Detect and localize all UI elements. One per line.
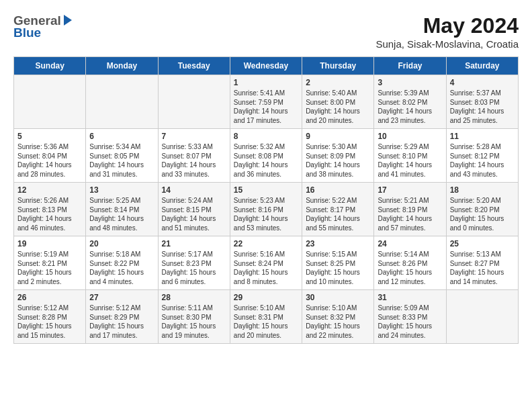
- cell-info: Sunrise: 5:15 AM Sunset: 8:25 PM Dayligh…: [306, 250, 370, 286]
- title-block: May 2024 Sunja, Sisak-Moslavina, Croatia: [375, 13, 519, 50]
- cell-info: Sunrise: 5:37 AM Sunset: 8:03 PM Dayligh…: [450, 89, 515, 125]
- calendar-cell: 25Sunrise: 5:13 AM Sunset: 8:27 PM Dayli…: [446, 236, 518, 290]
- day-number: 9: [306, 132, 370, 141]
- calendar-week-row: 19Sunrise: 5:19 AM Sunset: 8:21 PM Dayli…: [14, 236, 519, 290]
- location: Sunja, Sisak-Moslavina, Croatia: [375, 38, 519, 50]
- cell-info: Sunrise: 5:13 AM Sunset: 8:27 PM Dayligh…: [450, 250, 515, 286]
- calendar-cell: 14Sunrise: 5:24 AM Sunset: 8:15 PM Dayli…: [158, 183, 230, 236]
- calendar-body: 1Sunrise: 5:41 AM Sunset: 7:59 PM Daylig…: [14, 75, 519, 344]
- day-number: 21: [162, 239, 226, 248]
- calendar-cell: 28Sunrise: 5:11 AM Sunset: 8:30 PM Dayli…: [158, 290, 230, 344]
- calendar-cell: 23Sunrise: 5:15 AM Sunset: 8:25 PM Dayli…: [302, 236, 374, 290]
- page-header: General Blue May 2024 Sunja, Sisak-Mosla…: [13, 13, 519, 50]
- weekday-header: Saturday: [446, 57, 518, 75]
- day-number: 16: [306, 185, 370, 195]
- calendar-cell: 19Sunrise: 5:19 AM Sunset: 8:21 PM Dayli…: [14, 236, 86, 290]
- cell-info: Sunrise: 5:23 AM Sunset: 8:16 PM Dayligh…: [234, 196, 298, 232]
- cell-info: Sunrise: 5:41 AM Sunset: 7:59 PM Dayligh…: [234, 89, 298, 125]
- day-number: 4: [450, 78, 515, 87]
- calendar-cell: 9Sunrise: 5:30 AM Sunset: 8:09 PM Daylig…: [302, 129, 374, 183]
- day-number: 31: [378, 293, 442, 302]
- calendar-cell: 31Sunrise: 5:09 AM Sunset: 8:33 PM Dayli…: [374, 290, 446, 344]
- weekday-header: Sunday: [14, 57, 86, 75]
- calendar-cell: 29Sunrise: 5:10 AM Sunset: 8:31 PM Dayli…: [230, 290, 302, 344]
- calendar-cell: 13Sunrise: 5:25 AM Sunset: 8:14 PM Dayli…: [86, 183, 158, 236]
- calendar-cell: 26Sunrise: 5:12 AM Sunset: 8:28 PM Dayli…: [14, 290, 86, 344]
- day-number: 14: [162, 185, 226, 195]
- cell-info: Sunrise: 5:22 AM Sunset: 8:17 PM Dayligh…: [306, 196, 370, 232]
- cell-info: Sunrise: 5:10 AM Sunset: 8:32 PM Dayligh…: [306, 304, 370, 340]
- day-number: 26: [17, 293, 82, 302]
- svg-marker-0: [64, 15, 72, 26]
- day-number: 29: [234, 293, 298, 302]
- weekday-header: Monday: [86, 57, 158, 75]
- cell-info: Sunrise: 5:26 AM Sunset: 8:13 PM Dayligh…: [17, 196, 82, 232]
- day-number: 24: [378, 239, 442, 248]
- day-number: 1: [234, 78, 298, 87]
- calendar-cell: 4Sunrise: 5:37 AM Sunset: 8:03 PM Daylig…: [446, 75, 518, 129]
- cell-info: Sunrise: 5:40 AM Sunset: 8:00 PM Dayligh…: [306, 89, 370, 125]
- month-year: May 2024: [375, 13, 519, 38]
- calendar-cell: 22Sunrise: 5:16 AM Sunset: 8:24 PM Dayli…: [230, 236, 302, 290]
- calendar-cell: 2Sunrise: 5:40 AM Sunset: 8:00 PM Daylig…: [302, 75, 374, 129]
- logo-blue-text: Blue: [13, 26, 41, 40]
- logo: General Blue: [13, 13, 74, 40]
- calendar-cell: 8Sunrise: 5:32 AM Sunset: 8:08 PM Daylig…: [230, 129, 302, 183]
- cell-info: Sunrise: 5:29 AM Sunset: 8:10 PM Dayligh…: [378, 142, 442, 179]
- day-number: 27: [89, 293, 154, 302]
- calendar-week-row: 12Sunrise: 5:26 AM Sunset: 8:13 PM Dayli…: [14, 183, 519, 236]
- calendar-cell: 15Sunrise: 5:23 AM Sunset: 8:16 PM Dayli…: [230, 183, 302, 236]
- cell-info: Sunrise: 5:12 AM Sunset: 8:29 PM Dayligh…: [89, 304, 154, 340]
- day-number: 6: [89, 132, 154, 141]
- cell-info: Sunrise: 5:12 AM Sunset: 8:28 PM Dayligh…: [17, 304, 82, 340]
- day-number: 22: [234, 239, 298, 248]
- cell-info: Sunrise: 5:24 AM Sunset: 8:15 PM Dayligh…: [162, 196, 226, 232]
- cell-info: Sunrise: 5:14 AM Sunset: 8:26 PM Dayligh…: [378, 250, 442, 286]
- cell-info: Sunrise: 5:11 AM Sunset: 8:30 PM Dayligh…: [162, 304, 226, 340]
- day-number: 23: [306, 239, 370, 248]
- cell-info: Sunrise: 5:36 AM Sunset: 8:04 PM Dayligh…: [17, 142, 82, 179]
- day-number: 3: [378, 78, 442, 87]
- calendar-cell: 16Sunrise: 5:22 AM Sunset: 8:17 PM Dayli…: [302, 183, 374, 236]
- day-number: 20: [89, 239, 154, 248]
- calendar-cell: 27Sunrise: 5:12 AM Sunset: 8:29 PM Dayli…: [86, 290, 158, 344]
- logo-arrow-icon: [62, 15, 74, 27]
- calendar-cell: 3Sunrise: 5:39 AM Sunset: 8:02 PM Daylig…: [374, 75, 446, 129]
- calendar-header-row: SundayMondayTuesdayWednesdayThursdayFrid…: [14, 57, 519, 75]
- calendar-cell: 10Sunrise: 5:29 AM Sunset: 8:10 PM Dayli…: [374, 129, 446, 183]
- day-number: 25: [450, 239, 515, 248]
- weekday-header: Tuesday: [158, 57, 230, 75]
- calendar-cell: 30Sunrise: 5:10 AM Sunset: 8:32 PM Dayli…: [302, 290, 374, 344]
- day-number: 19: [17, 239, 82, 248]
- calendar-cell: [158, 75, 230, 129]
- calendar-cell: 12Sunrise: 5:26 AM Sunset: 8:13 PM Dayli…: [14, 183, 86, 236]
- cell-info: Sunrise: 5:30 AM Sunset: 8:09 PM Dayligh…: [306, 142, 370, 179]
- calendar-week-row: 1Sunrise: 5:41 AM Sunset: 7:59 PM Daylig…: [14, 75, 519, 129]
- day-number: 8: [234, 132, 298, 141]
- day-number: 7: [162, 132, 226, 141]
- calendar-cell: 24Sunrise: 5:14 AM Sunset: 8:26 PM Dayli…: [374, 236, 446, 290]
- cell-info: Sunrise: 5:16 AM Sunset: 8:24 PM Dayligh…: [234, 250, 298, 286]
- calendar-cell: 11Sunrise: 5:28 AM Sunset: 8:12 PM Dayli…: [446, 129, 518, 183]
- day-number: 2: [306, 78, 370, 87]
- weekday-header: Wednesday: [230, 57, 302, 75]
- calendar-cell: 1Sunrise: 5:41 AM Sunset: 7:59 PM Daylig…: [230, 75, 302, 129]
- day-number: 30: [306, 293, 370, 302]
- cell-info: Sunrise: 5:33 AM Sunset: 8:07 PM Dayligh…: [162, 142, 226, 179]
- day-number: 10: [378, 132, 442, 141]
- cell-info: Sunrise: 5:39 AM Sunset: 8:02 PM Dayligh…: [378, 89, 442, 125]
- cell-info: Sunrise: 5:21 AM Sunset: 8:19 PM Dayligh…: [378, 196, 442, 232]
- calendar-cell: [86, 75, 158, 129]
- weekday-header: Thursday: [302, 57, 374, 75]
- cell-info: Sunrise: 5:18 AM Sunset: 8:22 PM Dayligh…: [89, 250, 154, 286]
- day-number: 28: [162, 293, 226, 302]
- calendar-table: SundayMondayTuesdayWednesdayThursdayFrid…: [13, 56, 519, 344]
- cell-info: Sunrise: 5:32 AM Sunset: 8:08 PM Dayligh…: [234, 142, 298, 179]
- day-number: 13: [89, 185, 154, 195]
- calendar-week-row: 26Sunrise: 5:12 AM Sunset: 8:28 PM Dayli…: [14, 290, 519, 344]
- calendar-cell: 6Sunrise: 5:34 AM Sunset: 8:05 PM Daylig…: [86, 129, 158, 183]
- calendar-cell: 18Sunrise: 5:20 AM Sunset: 8:20 PM Dayli…: [446, 183, 518, 236]
- calendar-week-row: 5Sunrise: 5:36 AM Sunset: 8:04 PM Daylig…: [14, 129, 519, 183]
- day-number: 11: [450, 132, 515, 141]
- day-number: 18: [450, 185, 515, 195]
